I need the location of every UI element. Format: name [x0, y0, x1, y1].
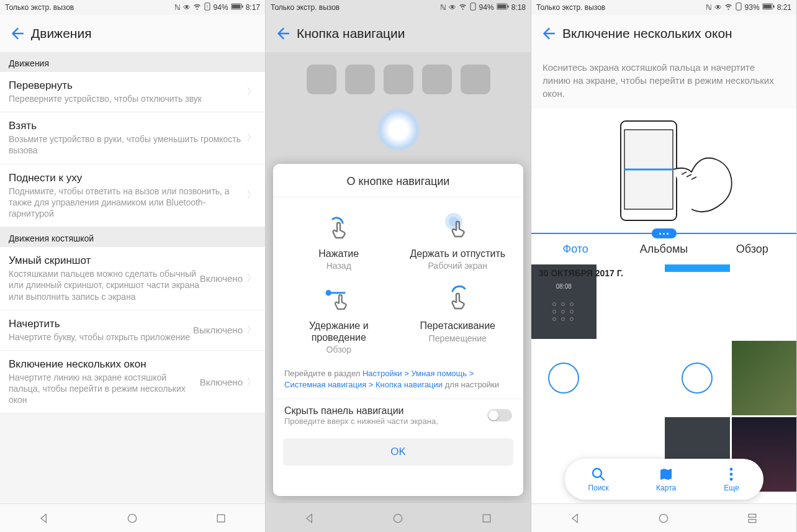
svg-rect-10	[507, 6, 508, 8]
nav-split[interactable]	[744, 510, 761, 527]
data-icon: !	[204, 2, 211, 12]
carrier-text: Только экстр. вызов	[5, 3, 174, 12]
item-raise-to-ear[interactable]: Поднести к ухуПоднимите, чтобы ответить …	[0, 165, 265, 228]
svg-point-31	[660, 514, 668, 522]
tab-discover[interactable]: Обзор	[708, 234, 796, 264]
gesture-tap: Нажатие Назад	[279, 209, 398, 281]
clock: 8:21	[777, 3, 791, 12]
svg-text:!: !	[207, 4, 208, 9]
section-header-knuckle: Движения костяшкой	[0, 227, 265, 247]
svg-rect-4	[241, 6, 243, 8]
dialog-title: О кнопке навигации	[273, 164, 523, 197]
system-navbar	[531, 503, 796, 532]
nfc-icon: ℕ	[706, 3, 712, 12]
more-button[interactable]: Еще	[723, 466, 739, 492]
nav-back[interactable]	[35, 510, 53, 527]
hold-icon	[440, 211, 475, 243]
thumbnail[interactable]	[531, 341, 597, 415]
tap-icon	[322, 211, 356, 243]
search-icon	[590, 466, 606, 482]
chevron-right-icon: 〉	[246, 86, 256, 99]
gallery-bottom-bar: Поиск Карта Еще	[565, 459, 763, 500]
data-icon	[469, 2, 477, 12]
toggle-switch[interactable]	[487, 409, 512, 422]
system-navbar	[266, 503, 531, 532]
screen-nav-button: Только экстр. вызов ℕ 👁 94% 8:18 Кнопка …	[266, 0, 531, 532]
thumbnail[interactable]	[732, 264, 797, 339]
thumbnail[interactable]	[598, 341, 664, 415]
wifi-icon	[193, 2, 201, 12]
system-navbar	[0, 503, 265, 532]
battery-pct: 94%	[214, 3, 228, 12]
nav-back[interactable]	[301, 510, 318, 527]
back-button[interactable]	[6, 23, 27, 44]
swipe-icon	[322, 283, 356, 315]
svg-point-24	[549, 363, 579, 393]
nav-recent[interactable]	[478, 510, 495, 527]
split-handle[interactable]	[652, 228, 677, 238]
nav-recent[interactable]	[212, 510, 230, 527]
svg-rect-33	[749, 519, 756, 522]
back-button[interactable]	[272, 23, 293, 44]
drag-icon	[440, 283, 475, 315]
item-value: Включено	[200, 273, 243, 284]
battery-icon	[762, 3, 775, 12]
nav-back[interactable]	[567, 510, 584, 527]
nav-home[interactable]	[124, 510, 141, 527]
svg-point-15	[394, 514, 402, 522]
more-icon	[723, 466, 739, 482]
page-title: Включение нескольких окон	[562, 26, 732, 41]
tab-albums[interactable]: Альбомы	[619, 234, 708, 264]
item-smart-screenshot[interactable]: Умный скриншотКостяшками пальцев можно с…	[0, 247, 265, 310]
description-text: Коснитесь экрана костяшкой пальца и наче…	[531, 52, 796, 109]
svg-line-27	[600, 476, 604, 480]
svg-point-25	[682, 363, 712, 393]
thumbnail[interactable]	[732, 341, 797, 415]
back-button[interactable]	[538, 23, 559, 44]
map-button[interactable]: Карта	[656, 466, 676, 492]
data-icon	[735, 2, 742, 12]
gesture-hold-release: Держать и отпустить Рабочий экран	[398, 209, 518, 281]
item-draw-letter[interactable]: НачертитьНачертите букву, чтобы открыть …	[0, 310, 265, 351]
screen2-body: О кнопке навигации Нажатие Назад Держать…	[266, 52, 531, 532]
page-title: Кнопка навигации	[297, 26, 405, 41]
about-nav-button-dialog: О кнопке навигации Нажатие Назад Держать…	[273, 164, 523, 496]
eye-icon: 👁	[449, 3, 456, 12]
chevron-right-icon: 〉	[246, 376, 256, 389]
gesture-drag: Перетаскивание Перемещение	[398, 281, 518, 364]
nfc-icon: ℕ	[440, 3, 446, 12]
svg-point-30	[730, 478, 733, 481]
status-bar: Только экстр. вызов ℕ 👁 93% 8:21	[531, 0, 796, 15]
item-value: Включено	[200, 377, 243, 387]
nav-home[interactable]	[655, 510, 672, 527]
nav-dock-illustration	[377, 108, 420, 151]
date-header: 30 ОКТЯБРЯ 2017 Г.	[539, 268, 623, 278]
map-icon	[658, 466, 674, 482]
nfc-icon: ℕ	[174, 3, 181, 12]
svg-rect-3	[232, 4, 240, 8]
battery-pct: 93%	[745, 3, 760, 12]
battery-pct: 94%	[479, 3, 494, 12]
item-multi-window[interactable]: Включение нескольких оконНачертите линию…	[0, 351, 265, 414]
status-bar: Только экстр. вызов ℕ 👁 94% 8:18	[266, 0, 531, 15]
chevron-right-icon: 〉	[246, 323, 256, 336]
thumbnail[interactable]	[665, 341, 730, 415]
item-value: Выключено	[193, 325, 243, 335]
wifi-icon	[459, 2, 467, 12]
hide-nav-toggle-row: Скрыть панель навигации Проведите вверх …	[273, 399, 523, 433]
header: Включение нескольких окон	[531, 15, 796, 52]
svg-rect-17	[736, 3, 741, 10]
item-flip[interactable]: ПеревернутьПереверните устройство, чтобы…	[0, 72, 265, 112]
tab-photos[interactable]: Фото	[531, 234, 619, 264]
ok-button[interactable]: OK	[283, 438, 513, 466]
clock: 8:18	[511, 3, 526, 12]
nav-home[interactable]	[389, 510, 407, 527]
thumbnail[interactable]	[665, 264, 730, 339]
svg-rect-7	[471, 3, 475, 10]
header: Кнопка навигации	[266, 15, 531, 52]
svg-rect-32	[749, 514, 756, 517]
search-button[interactable]: Поиск	[588, 466, 609, 492]
item-pickup[interactable]: ВзятьВозьмите устройство в руки, чтобы у…	[0, 112, 265, 164]
eye-icon: 👁	[714, 3, 722, 12]
page-title: Движения	[31, 26, 92, 41]
